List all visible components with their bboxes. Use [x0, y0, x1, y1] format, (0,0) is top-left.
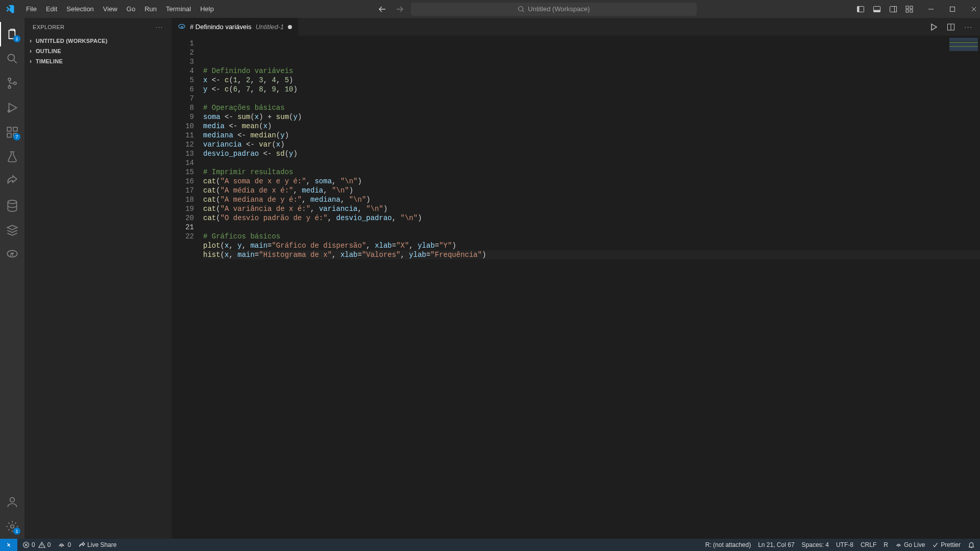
- svg-point-13: [8, 78, 11, 81]
- sidebar-more-icon[interactable]: ···: [156, 24, 163, 30]
- code-line: y <- c(6, 7, 8, 9, 10): [203, 85, 980, 94]
- code-line: [203, 94, 980, 103]
- status-errors[interactable]: 0: [22, 541, 35, 548]
- activity-run-debug[interactable]: [0, 95, 24, 120]
- menu-view[interactable]: View: [99, 3, 122, 15]
- code-line: # Imprimir resultados: [203, 167, 980, 177]
- remote-indicator[interactable]: [0, 539, 17, 551]
- activity-explorer[interactable]: 1: [0, 22, 24, 46]
- code-content[interactable]: # Definindo variáveisx <- c(1, 2, 3, 4, …: [203, 36, 980, 539]
- search-placeholder: Untitled (Workspace): [528, 5, 590, 13]
- minimap[interactable]: [949, 38, 978, 52]
- window-minimize-icon[interactable]: [928, 6, 934, 12]
- activity-search[interactable]: [0, 46, 24, 71]
- activity-extensions[interactable]: 7: [0, 120, 24, 145]
- code-line: # Gráficos básicos: [203, 232, 980, 241]
- status-spaces[interactable]: Spaces: 4: [802, 541, 829, 548]
- status-r[interactable]: R: (not attached): [705, 541, 751, 548]
- title-bar: FileEditSelectionViewGoRunTerminalHelp U…: [0, 0, 980, 18]
- sidebar-title: EXPLORER: [33, 24, 64, 30]
- code-line: desvio_padrao <- sd(y): [203, 149, 980, 158]
- activity-settings[interactable]: 1: [0, 514, 24, 539]
- status-warnings[interactable]: 0: [38, 541, 51, 548]
- status-encoding[interactable]: UTF-8: [836, 541, 853, 548]
- code-line: [203, 158, 980, 167]
- vscode-logo-icon: [3, 2, 17, 16]
- activity-stack-icon[interactable]: [0, 218, 24, 243]
- tab-dirty-indicator-icon: [288, 25, 292, 29]
- window-maximize-icon[interactable]: [949, 6, 955, 12]
- status-go-live[interactable]: Go Live: [895, 541, 925, 548]
- code-line: cat("A variância de x é:", variancia, "\…: [203, 204, 980, 213]
- status-prettier[interactable]: Prettier: [932, 541, 961, 548]
- side-section-2[interactable]: ›TIMELINE: [24, 56, 172, 66]
- svg-rect-6: [895, 6, 897, 12]
- explorer-badge: 1: [13, 35, 20, 42]
- activity-database-icon[interactable]: [0, 194, 24, 218]
- tab-untitled-1[interactable]: R # Definindo variáveis Untitled-1: [172, 18, 299, 36]
- editor-more-icon[interactable]: ···: [964, 23, 973, 31]
- code-line: # Definindo variáveis: [203, 66, 980, 76]
- code-line: [203, 223, 980, 232]
- code-line: plot(x, y, main="Gráfico de dispersão", …: [203, 241, 980, 250]
- editor-body[interactable]: 12345678910111213141516171819202122 # De…: [172, 36, 980, 539]
- svg-rect-10: [910, 10, 913, 12]
- code-line: hist(x, main="Histograma de x", xlab="Va…: [203, 250, 980, 259]
- activity-source-control[interactable]: [0, 71, 24, 95]
- svg-rect-20: [13, 127, 17, 131]
- menu-go[interactable]: Go: [122, 3, 140, 15]
- tabs-bar: R # Definindo variáveis Untitled-1 ···: [172, 18, 980, 36]
- status-cursor[interactable]: Ln 21, Col 67: [758, 541, 794, 548]
- layout-sidebar-left-icon[interactable]: [856, 5, 865, 13]
- menu-run[interactable]: Run: [140, 3, 161, 15]
- svg-rect-8: [910, 6, 913, 9]
- code-line: [203, 259, 980, 269]
- status-live-share[interactable]: Live Share: [78, 541, 116, 548]
- chevron-right-icon: ›: [27, 37, 35, 44]
- svg-point-15: [14, 82, 16, 85]
- svg-point-12: [8, 54, 14, 61]
- nav-back-icon[interactable]: [378, 5, 386, 13]
- status-ports[interactable]: 0: [58, 541, 71, 549]
- run-file-icon[interactable]: [929, 23, 938, 31]
- status-lang[interactable]: R: [884, 541, 888, 548]
- activity-bar: 1 7: [0, 18, 24, 539]
- extensions-badge: 7: [13, 133, 20, 140]
- search-box[interactable]: Untitled (Workspace): [411, 3, 697, 16]
- svg-point-24: [11, 525, 14, 529]
- window-close-icon[interactable]: [971, 6, 977, 12]
- menu-edit[interactable]: Edit: [41, 3, 62, 15]
- side-section-0[interactable]: ›UNTITLED (WORKSPACE): [24, 36, 172, 46]
- activity-testing[interactable]: [0, 145, 24, 169]
- code-line: cat("A soma de x e y é:", soma, "\n"): [203, 177, 980, 186]
- svg-point-30: [898, 546, 899, 547]
- menu-selection[interactable]: Selection: [62, 3, 98, 15]
- chevron-right-icon: ›: [27, 58, 35, 65]
- nav-forward-icon[interactable]: [396, 5, 404, 13]
- layout-customize-icon[interactable]: [905, 5, 914, 13]
- activity-accounts[interactable]: [0, 490, 24, 514]
- status-bar: 0 0 0 Live Share R: (not attached) Ln 21…: [0, 539, 980, 551]
- activity-r-language-icon[interactable]: [0, 243, 24, 267]
- layout-sidebar-right-icon[interactable]: [889, 5, 897, 13]
- menu-file[interactable]: File: [21, 3, 41, 15]
- line-gutter: 12345678910111213141516171819202122: [172, 36, 203, 539]
- svg-point-0: [519, 6, 523, 11]
- svg-rect-11: [950, 7, 955, 11]
- search-icon: [518, 6, 525, 13]
- svg-point-29: [61, 546, 62, 547]
- layout-panel-bottom-icon[interactable]: [873, 5, 881, 13]
- status-notifications-icon[interactable]: [968, 541, 975, 548]
- activity-forward-icon[interactable]: [0, 169, 24, 194]
- status-eol[interactable]: CRLF: [861, 541, 876, 548]
- code-line: cat("A mediana de y é:", mediana, "\n"): [203, 195, 980, 204]
- svg-point-21: [8, 200, 16, 204]
- sidebar: EXPLORER ··· ›UNTITLED (WORKSPACE)›OUTLI…: [24, 18, 172, 539]
- menu-terminal[interactable]: Terminal: [161, 3, 195, 15]
- code-line: cat("A média de x é:", media, "\n"): [203, 186, 980, 195]
- svg-rect-2: [857, 6, 860, 12]
- split-editor-icon[interactable]: [947, 23, 955, 31]
- menu-help[interactable]: Help: [195, 3, 218, 15]
- menu-bar: FileEditSelectionViewGoRunTerminalHelp: [21, 5, 218, 13]
- side-section-1[interactable]: ›OUTLINE: [24, 46, 172, 56]
